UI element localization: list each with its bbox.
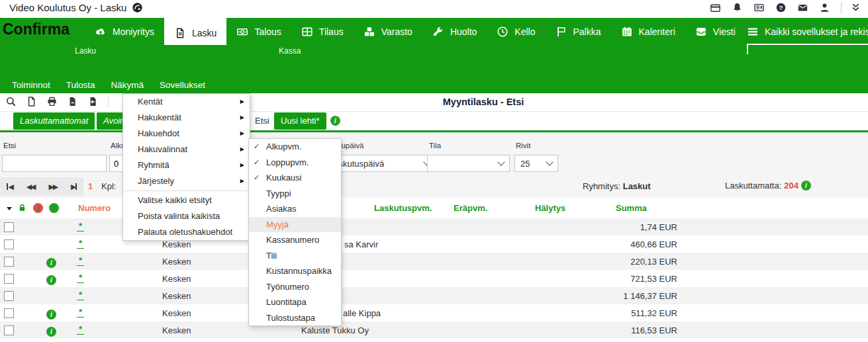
column-header-laskutuspvm[interactable]: Laskutuspvm. — [374, 203, 432, 213]
session-status-icon[interactable] — [132, 2, 143, 13]
menu-item-poista-valinta-kaikista[interactable]: Poista valinta kaikista — [123, 208, 250, 224]
nav-palkka[interactable]: Palkka — [546, 18, 611, 45]
invoice-number-link[interactable]: * — [77, 307, 84, 318]
all-apps-button[interactable]: Kaikki sovellukset ja rekisterit — [747, 18, 868, 45]
submenu-item-tulostustapa[interactable]: Tulostustapa — [249, 310, 341, 326]
submenu-item-kustannuspaikka[interactable]: Kustannuspaikka — [249, 263, 341, 279]
info-icon[interactable]: i — [46, 273, 56, 285]
menu-item-hakukent-t[interactable]: Hakukentät▶ — [123, 110, 250, 126]
tab-uusi-lehti[interactable]: Uusi lehti* — [274, 112, 326, 130]
window-icon[interactable] — [710, 2, 721, 13]
info-icon[interactable]: i — [46, 325, 56, 337]
state-select[interactable] — [427, 155, 510, 172]
invoice-number-link[interactable]: * — [77, 238, 84, 249]
invoice-number-link[interactable]: * — [77, 221, 84, 232]
user-icon[interactable] — [819, 2, 830, 13]
news-icon[interactable] — [753, 2, 765, 13]
column-header-numero[interactable]: Numero — [78, 203, 111, 213]
tab-laskuttamattomat[interactable]: Laskuttamattomat — [13, 112, 95, 130]
sub-navigation: Lasku EtsiUusiSuoritettavat Kassa EtsiUu… — [0, 45, 868, 78]
unbilled-summary: Laskuttamatta: 204 i — [725, 181, 811, 191]
document-import-icon[interactable] — [87, 96, 99, 107]
table-row[interactable]: i*Kesken220,13 EUR — [0, 253, 868, 270]
info-icon[interactable]: i — [46, 308, 56, 320]
submenu-item-tili[interactable]: Tili — [249, 248, 341, 264]
nav-talous[interactable]: Talous — [226, 18, 291, 45]
menu-item-kent-t[interactable]: Kentät▶ — [123, 94, 250, 110]
invoice-number-link[interactable]: * — [77, 255, 84, 266]
print-icon[interactable] — [46, 96, 58, 107]
row-checkbox[interactable] — [4, 257, 14, 267]
table-row[interactable]: i*KeskenKaluste Tukku Oy116,53 EUR — [0, 321, 868, 339]
submenu-item-asiakas[interactable]: Asiakas — [249, 201, 341, 217]
first-page-button[interactable]: ◀ — [7, 183, 12, 191]
submenu-item-myyj[interactable]: Myyjä — [249, 217, 341, 233]
invoice-number-link[interactable]: * — [77, 273, 84, 283]
document-export-icon[interactable] — [67, 96, 78, 107]
menu-item-ryhmit[interactable]: Ryhmitä▶ — [123, 157, 250, 173]
menu-item-palauta-oletushakuehdot[interactable]: Palauta oletushakuehdot — [123, 224, 250, 240]
nav-kalenteri[interactable]: Kalenteri — [611, 18, 685, 45]
row-checkbox[interactable] — [4, 222, 14, 232]
invoice-amount: 460,66 EUR — [543, 239, 677, 249]
row-checkbox[interactable] — [4, 274, 14, 284]
double-chevron-down-icon[interactable] — [841, 2, 861, 13]
nav-lasku[interactable]: Lasku — [164, 18, 226, 48]
menu-sovellukset[interactable]: Sovellukset — [160, 78, 205, 93]
row-checkbox[interactable] — [4, 308, 14, 318]
table-row[interactable]: i*Kesken721,53 EUR — [0, 270, 868, 287]
prev-page-button[interactable]: ◀◀ — [26, 183, 35, 191]
nav-label: Kello — [514, 26, 535, 37]
menu-item-valitse-kaikki-etsityt[interactable]: Valitse kaikki etsityt — [123, 192, 250, 208]
field-submenu: ✓Alkupvm.✓Loppupvm.✓KuukausiTyyppiAsiaka… — [248, 138, 342, 326]
invoice-status: Kesken — [162, 257, 191, 267]
column-header-halytys[interactable]: Hälytys — [535, 203, 565, 213]
submenu-item-luontitapa[interactable]: Luontitapa — [249, 294, 341, 310]
nav-moniyritys[interactable]: Moniyritys — [85, 18, 164, 45]
search-input[interactable] — [2, 155, 107, 172]
new-document-icon[interactable] — [26, 96, 37, 107]
submenu-item-tyyppi[interactable]: Tyyppi — [249, 186, 341, 202]
column-header-erapvm[interactable]: Eräpvm. — [454, 203, 487, 213]
submenu-item-kassanumero[interactable]: Kassanumero — [249, 232, 341, 248]
nav-tilaus[interactable]: Tilaus — [291, 18, 354, 45]
bell-icon[interactable] — [732, 2, 743, 13]
help-icon[interactable]: ? — [775, 2, 787, 13]
column-header-summa[interactable]: Summa — [616, 203, 647, 213]
info-icon[interactable]: i — [801, 181, 811, 191]
table-row[interactable]: *Kesken1 146,37 EUR — [0, 287, 868, 304]
invoice-status: Kesken — [162, 239, 191, 249]
search-icon[interactable] — [5, 96, 17, 107]
row-checkbox[interactable] — [4, 291, 14, 301]
next-page-button[interactable]: ▶▶ — [48, 183, 57, 191]
nav-label: Viesti — [713, 26, 736, 37]
select-all-caret-icon[interactable] — [7, 207, 12, 210]
lock-icon[interactable] — [17, 202, 27, 215]
submenu-item-kuukausi[interactable]: ✓Kuukausi — [249, 170, 341, 186]
invoice-number-link[interactable]: * — [77, 290, 84, 300]
nav-viesti[interactable]: Viesti — [685, 18, 746, 45]
menu-item-hakuehdot[interactable]: Hakuehdot▶ — [123, 126, 250, 142]
nav-kello[interactable]: Kello — [487, 18, 545, 45]
nav-huolto[interactable]: Huolto — [422, 18, 487, 45]
row-checkbox[interactable] — [4, 325, 14, 335]
info-icon[interactable]: i — [330, 114, 340, 126]
menu-tulosta[interactable]: Tulosta — [66, 78, 95, 93]
tab-etsi[interactable]: Etsi — [248, 112, 276, 130]
rows-per-page-select[interactable]: 25 — [514, 155, 558, 172]
submenu-item-alkupvm[interactable]: ✓Alkupvm. — [249, 139, 341, 155]
mail-icon[interactable] — [797, 2, 808, 13]
table-row[interactable]: i*Keskenalle Kippa511,32 EUR — [0, 304, 868, 321]
submenu-item-loppupvm[interactable]: ✓Loppupvm. — [249, 155, 341, 171]
last-page-button[interactable]: ▶ — [71, 183, 76, 191]
menu-toiminnot[interactable]: Toiminnot — [12, 78, 50, 93]
brand-logo[interactable]: Confirma — [0, 18, 85, 38]
menu-item-hakuvalinnat[interactable]: Hakuvalinnat▶ — [123, 142, 250, 157]
invoice-number-link[interactable]: * — [77, 324, 84, 335]
info-icon[interactable]: i — [46, 256, 56, 268]
menu-item-j-rjestely[interactable]: Järjestely▶ — [123, 173, 250, 189]
menu-n-kym[interactable]: Näkymä — [111, 78, 144, 93]
row-checkbox[interactable] — [4, 239, 14, 249]
nav-varasto[interactable]: Varasto — [354, 18, 422, 45]
submenu-item-ty-numero[interactable]: Työnumero — [249, 279, 341, 295]
